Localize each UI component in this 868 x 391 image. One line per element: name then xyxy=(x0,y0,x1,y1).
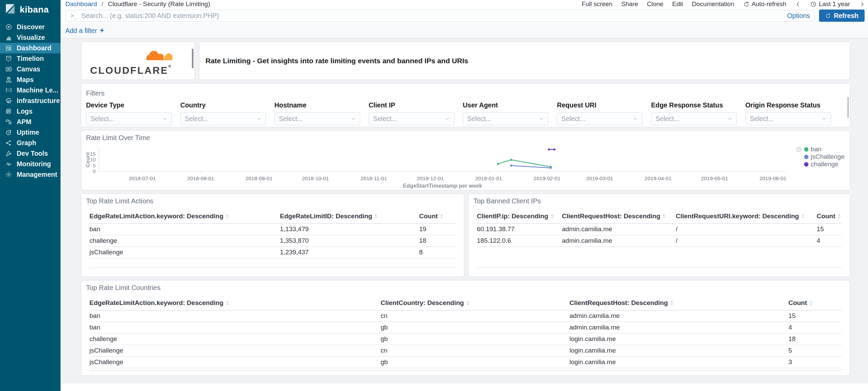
chevron-down-icon xyxy=(445,116,450,121)
sidebar-item-graph[interactable]: Graph xyxy=(0,138,61,148)
plus-icon: + xyxy=(100,26,104,35)
sidebar-item-dashboard[interactable]: Dashboard xyxy=(0,43,61,53)
filter-select-country[interactable]: Select... xyxy=(180,112,266,125)
dashboard-icon xyxy=(5,45,12,52)
table-cell: login.camilia.me xyxy=(569,334,788,345)
breadcrumb-dashboard-link[interactable]: Dashboard xyxy=(65,0,97,7)
search-input[interactable] xyxy=(81,12,782,20)
column-header-edgeratelimitid-descending[interactable]: EdgeRateLimitID: Descending xyxy=(280,210,419,224)
table-cell: challenge xyxy=(89,235,280,247)
menu-edit[interactable]: Edit xyxy=(672,0,683,8)
timelion-icon xyxy=(5,55,12,62)
column-header-clientcountry-descending[interactable]: ClientCountry: Descending xyxy=(381,297,569,310)
table-row: challengegblogin.camilia.me18 xyxy=(89,334,842,345)
table-cell: admin.camilia.me xyxy=(562,235,676,247)
sidebar-item-management[interactable]: Management xyxy=(0,169,61,180)
filter-select-hostname[interactable]: Select... xyxy=(274,112,360,125)
column-header-clientip-ip-descending[interactable]: ClientIP.ip: Descending xyxy=(477,210,562,224)
filter-select-origin-response-status[interactable]: Select... xyxy=(745,112,831,125)
column-header-count[interactable]: Count xyxy=(788,297,842,310)
sidebar-item-visualize[interactable]: Visualize xyxy=(0,32,61,43)
sidebar-item-maps[interactable]: Maps xyxy=(0,74,61,85)
filter-label: Edge Response Status xyxy=(651,101,737,109)
column-header-edgeratelimitaction-keyword-descending[interactable]: EdgeRateLimitAction.keyword: Descending xyxy=(89,297,381,310)
sidebar-item-logs[interactable]: Logs xyxy=(0,106,61,117)
table-row: 60.191.38.77admin.camilia.me/15 xyxy=(477,224,842,235)
svg-text:15: 15 xyxy=(90,151,96,157)
time-range-button[interactable]: Last 1 year xyxy=(810,0,850,8)
sidebar: kibana DiscoverVisualizeDashboardTimelio… xyxy=(0,0,61,391)
logs-icon xyxy=(5,108,12,115)
column-header-count[interactable]: Count xyxy=(817,210,842,224)
sidebar-item-dev-tools[interactable]: Dev Tools xyxy=(0,148,61,159)
menu-full-screen[interactable]: Full screen xyxy=(582,0,612,8)
filter-select-edge-response-status[interactable]: Select... xyxy=(651,112,737,125)
legend-item-ban[interactable]: ban xyxy=(796,146,845,153)
sidebar-item-canvas[interactable]: Canvas xyxy=(0,64,61,74)
refresh-button[interactable]: Refresh xyxy=(819,10,865,22)
time-forward-button[interactable] xyxy=(859,1,865,7)
visualize-icon xyxy=(5,34,12,41)
panel-scrollbar[interactable] xyxy=(192,49,194,68)
filter-select-request-uri[interactable]: Select... xyxy=(557,112,642,125)
column-header-clientrequesthost-descending[interactable]: ClientRequestHost: Descending xyxy=(562,210,676,224)
legend-dot xyxy=(804,155,808,159)
sidebar-item-label: Maps xyxy=(17,76,34,84)
add-filter-link[interactable]: Add a filter + xyxy=(65,26,104,35)
column-header-count[interactable]: Count xyxy=(419,210,456,224)
column-header-clientrequesturi-keyword-descending[interactable]: ClientRequestURI.keyword: Descending xyxy=(676,210,817,224)
sidebar-item-uptime[interactable]: Uptime xyxy=(0,127,61,138)
filter-select-client-ip[interactable]: Select... xyxy=(369,112,454,125)
sort-icon xyxy=(662,214,666,219)
legend-toggle-icon[interactable] xyxy=(796,147,802,152)
sidebar-item-label: Uptime xyxy=(17,129,39,136)
table-cell: cn xyxy=(381,310,569,322)
top-rate-limit-actions-panel: Top Rate Limit Actions EdgeRateLimitActi… xyxy=(81,193,464,277)
svg-text:2019-06-01: 2019-06-01 xyxy=(760,175,786,181)
svg-text:2018-11-01: 2018-11-01 xyxy=(361,175,387,181)
sidebar-item-machine-le[interactable]: Machine Le... xyxy=(0,85,61,96)
table-cell: / xyxy=(676,224,817,235)
top-menu: Full screenShareCloneEditDocumentationAu… xyxy=(582,0,865,8)
table-cell: admin.camilia.me xyxy=(569,310,788,322)
sidebar-item-infrastructure[interactable]: Infrastructure xyxy=(0,96,61,106)
legend-item-challenge[interactable]: challenge xyxy=(796,160,845,168)
sidebar-item-timelion[interactable]: Timelion xyxy=(0,53,61,64)
refresh-icon xyxy=(825,13,831,19)
chevron-down-icon xyxy=(256,116,262,121)
sidebar-nav: DiscoverVisualizeDashboardTimelionCanvas… xyxy=(0,19,61,180)
filter-field-edge-response-status: Edge Response StatusSelect... xyxy=(651,101,737,125)
table-cell: 8 xyxy=(419,247,456,258)
sidebar-item-label: Logs xyxy=(17,107,33,115)
table-row: ban1,133,47919 xyxy=(89,224,456,235)
options-link[interactable]: Options xyxy=(787,12,810,20)
column-header-clientrequesthost-descending[interactable]: ClientRequestHost: Descending xyxy=(569,297,788,310)
table-cell: gb xyxy=(381,322,569,334)
svg-text:2018-12-01: 2018-12-01 xyxy=(417,175,444,181)
sidebar-item-label: Dev Tools xyxy=(17,150,48,157)
filter-select-user-agent[interactable]: Select... xyxy=(463,112,549,125)
sidebar-item-label: Infrastructure xyxy=(17,97,60,105)
select-placeholder: Select... xyxy=(561,115,585,123)
kibana-logo-text: kibana xyxy=(20,4,49,15)
sidebar-item-monitoring[interactable]: Monitoring xyxy=(0,159,61,169)
sidebar-item-apm[interactable]: APM xyxy=(0,117,61,127)
filter-select-device-type[interactable]: Select... xyxy=(86,112,172,125)
kibana-logo[interactable]: kibana xyxy=(0,0,61,19)
column-header-edgeratelimitaction-keyword-descending[interactable]: EdgeRateLimitAction.keyword: Descending xyxy=(89,210,280,224)
legend-item-jschallenge[interactable]: jsChallenge xyxy=(796,153,845,160)
auto-refresh-button[interactable]: Auto-refresh xyxy=(743,0,786,8)
menu-share[interactable]: Share xyxy=(621,0,638,8)
select-placeholder: Select... xyxy=(467,115,491,123)
time-back-button[interactable] xyxy=(795,1,801,7)
sidebar-item-label: Monitoring xyxy=(17,160,51,168)
sidebar-item-discover[interactable]: Discover xyxy=(0,22,61,32)
menu-clone[interactable]: Clone xyxy=(647,0,663,8)
auto-refresh-icon xyxy=(743,1,750,7)
table-cell: 1,353,870 xyxy=(280,235,419,247)
table-cell: 15 xyxy=(817,224,842,235)
table-row: jsChallengegblogin.camilia.me3 xyxy=(89,357,842,368)
menu-documentation[interactable]: Documentation xyxy=(692,0,734,8)
panel-scrollbar[interactable] xyxy=(847,97,849,118)
filter-field-hostname: HostnameSelect... xyxy=(274,101,360,125)
